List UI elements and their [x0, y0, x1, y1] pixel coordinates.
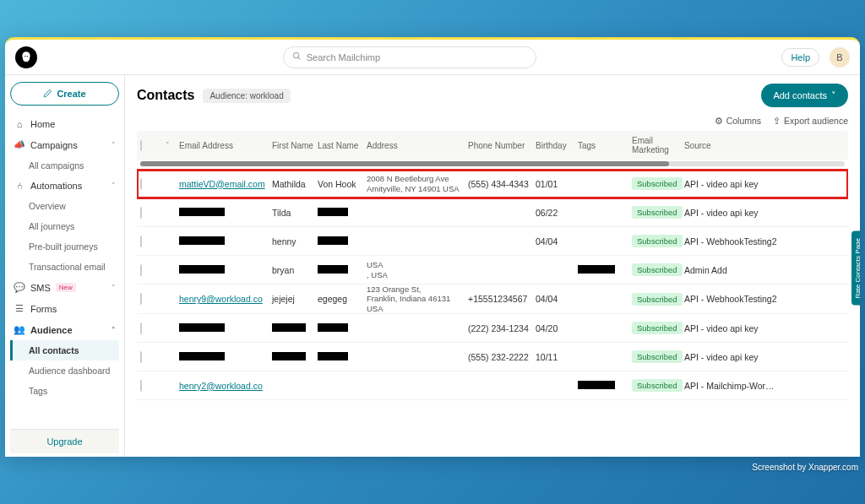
birthday: 01/01	[536, 179, 578, 189]
feedback-tab[interactable]: Rate Contacts Page	[851, 231, 860, 306]
sidebar-item-automations[interactable]: ⑃ Automations ˄	[10, 176, 119, 196]
address: USA, USA	[367, 260, 468, 279]
sidebar-item-all-journeys[interactable]: All journeys	[10, 216, 119, 236]
col-marketing[interactable]: Email Marketing	[632, 136, 684, 154]
tags	[578, 381, 632, 391]
export-button[interactable]: ⇪ Export audience	[773, 116, 848, 126]
address: 123 Orange St,Franklin, Indiana 46131 US…	[367, 285, 468, 313]
source: API - WebhookTesting2	[684, 294, 777, 304]
redacted-email	[179, 323, 225, 332]
birthday: 06/22	[536, 208, 578, 218]
email-link[interactable]: henry9@workload.co	[179, 294, 263, 304]
pencil-icon	[43, 89, 52, 100]
phone: (555) 434-4343	[468, 179, 536, 189]
chevron-up-icon: ˄	[112, 141, 116, 149]
row-checkbox[interactable]	[140, 264, 142, 276]
chevron-down-icon[interactable]: ˅	[166, 141, 179, 149]
sidebar-item-all-campaigns[interactable]: All campaigns	[10, 155, 119, 176]
row-checkbox[interactable]	[140, 322, 142, 334]
people-icon: 👥	[14, 324, 25, 335]
first-name: Tilda	[272, 208, 318, 218]
avatar[interactable]: B	[830, 47, 850, 68]
gear-icon: ⚙	[715, 116, 723, 126]
phone: (555) 232-2222	[468, 352, 536, 362]
chevron-up-icon: ˄	[112, 326, 116, 334]
search-wrap: Search Mailchimp	[47, 46, 771, 68]
col-phone[interactable]: Phone Number	[468, 141, 536, 150]
add-contacts-button[interactable]: Add contacts ˅	[761, 84, 848, 107]
sidebar-item-campaigns[interactable]: 📣 Campaigns ˄	[10, 134, 119, 155]
select-all-checkbox[interactable]	[140, 140, 142, 151]
first-name: henny	[272, 236, 318, 247]
status-badge: Subscribed	[632, 379, 683, 392]
chevron-up-icon: ˄	[112, 182, 116, 190]
form-icon: ☰	[14, 303, 25, 314]
address: 2008 N Beetleburg AveAmityville, NY 1490…	[367, 174, 468, 193]
sidebar-item-prebuilt[interactable]: Pre-built journeys	[10, 236, 119, 257]
sidebar-item-overview[interactable]: Overview	[10, 196, 119, 216]
app-window: Search Mailchimp Help B Create ⌂ Home 📣 …	[5, 37, 860, 457]
table-row[interactable]: henry9@workload.cojejejejegegeg123 Orang…	[137, 285, 848, 314]
body: Create ⌂ Home 📣 Campaigns ˄ All campaign…	[5, 75, 860, 457]
sidebar-item-label: Automations	[30, 181, 82, 191]
table-row[interactable]: mattieVD@email.comMathildaVon Hook2008 N…	[137, 170, 848, 198]
sidebar-item-all-contacts[interactable]: All contacts	[10, 340, 119, 360]
table-row[interactable]: (555) 232-222210/11SubscribedAPI - video…	[137, 343, 848, 371]
table-row[interactable]: henry2@workload.coSubscribedAPI - Mailch…	[137, 371, 848, 400]
help-button[interactable]: Help	[781, 48, 819, 67]
status-badge: Subscribed	[632, 293, 683, 306]
search-input[interactable]: Search Mailchimp	[283, 46, 536, 68]
create-button[interactable]: Create	[10, 82, 119, 106]
source: API - video api key	[684, 323, 777, 333]
svg-point-0	[293, 52, 298, 57]
sidebar-item-label: Audience	[30, 325, 73, 335]
first-name: bryan	[272, 265, 318, 275]
row-checkbox[interactable]	[140, 293, 142, 305]
sidebar-item-tags[interactable]: Tags	[10, 381, 119, 401]
birthday: 04/20	[536, 323, 578, 333]
birthday: 04/04	[536, 236, 578, 247]
upgrade-button[interactable]: Upgrade	[10, 429, 119, 453]
redacted-email	[179, 236, 225, 245]
col-birthday[interactable]: Birthday	[536, 141, 578, 150]
col-address[interactable]: Address	[367, 141, 468, 150]
row-checkbox[interactable]	[140, 236, 142, 247]
source: API - video api key	[684, 179, 777, 189]
page-title: Contacts	[137, 88, 194, 103]
email-link[interactable]: henry2@workload.co	[179, 381, 263, 391]
audience-selector[interactable]: Audience: workload	[203, 89, 290, 103]
row-checkbox[interactable]	[140, 351, 142, 363]
table-row[interactable]: Tilda06/22SubscribedAPI - video api key	[137, 198, 848, 227]
sidebar-item-audience-dashboard[interactable]: Audience dashboard	[10, 360, 119, 381]
col-email[interactable]: Email Address	[179, 141, 272, 150]
row-checkbox[interactable]	[140, 380, 142, 392]
table-row[interactable]: bryanUSA, USASubscribedAdmin Add	[137, 256, 848, 285]
first-name: Mathilda	[272, 179, 318, 189]
sidebar-item-audience[interactable]: 👥 Audience ˄	[10, 319, 119, 340]
columns-button[interactable]: ⚙ Columns	[715, 116, 761, 126]
sidebar-item-home[interactable]: ⌂ Home	[10, 114, 119, 134]
table-toolbar: ⚙ Columns ⇪ Export audience	[137, 116, 848, 126]
redacted-email	[179, 208, 225, 216]
sidebar-item-transactional[interactable]: Transactional email	[10, 257, 119, 277]
email-link[interactable]: mattieVD@email.com	[179, 179, 265, 189]
col-first[interactable]: First Name	[272, 141, 318, 150]
col-source[interactable]: Source	[684, 141, 777, 150]
create-label: Create	[57, 89, 85, 99]
table-row[interactable]: (222) 234-123404/20SubscribedAPI - video…	[137, 314, 848, 343]
source: API - video api key	[684, 352, 777, 362]
table-row[interactable]: henny04/04SubscribedAPI - WebhookTesting…	[137, 227, 848, 256]
sidebar-item-forms[interactable]: ☰ Forms	[10, 298, 119, 319]
search-placeholder: Search Mailchimp	[307, 52, 380, 62]
mailchimp-logo[interactable]	[15, 46, 37, 68]
sidebar-item-sms[interactable]: 💬 SMS New ˅	[10, 277, 119, 298]
horizontal-scrollbar[interactable]	[140, 161, 845, 166]
status-badge: Subscribed	[632, 322, 683, 334]
col-last[interactable]: Last Name	[318, 141, 367, 150]
row-checkbox[interactable]	[140, 207, 142, 219]
row-checkbox[interactable]	[140, 178, 142, 190]
col-tags[interactable]: Tags	[578, 141, 632, 150]
topbar: Search Mailchimp Help B	[5, 40, 860, 75]
chat-icon: 💬	[14, 282, 25, 293]
sidebar-item-label: Home	[30, 119, 55, 129]
